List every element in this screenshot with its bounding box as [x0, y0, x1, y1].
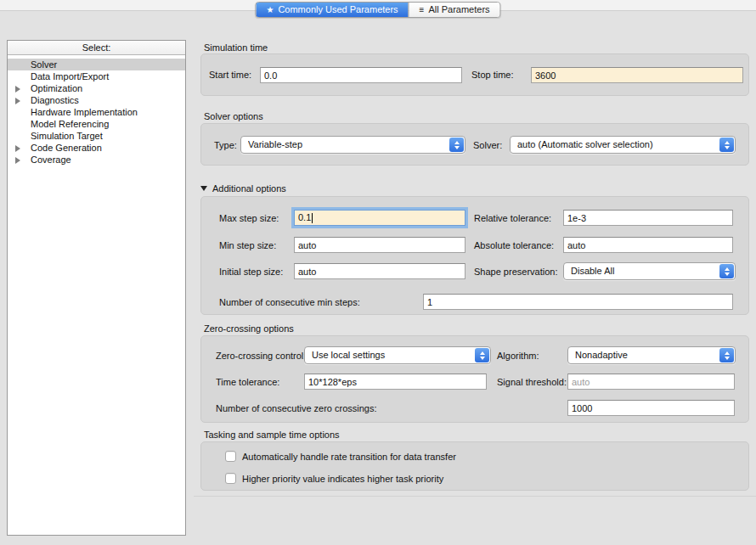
- sidebar-item-coverage[interactable]: Coverage: [8, 154, 185, 166]
- shape-preservation-dropdown[interactable]: Disable All: [563, 262, 736, 280]
- sidebar-item-label: Coverage: [31, 155, 71, 165]
- list-icon: ≡: [420, 3, 425, 17]
- sidebar-item-simulation-target[interactable]: Simulation Target: [8, 130, 185, 142]
- zero-crossing-section-title: Zero-crossing options: [204, 323, 294, 334]
- sidebar-item-solver[interactable]: Solver: [8, 59, 185, 70]
- chevron-up-icon: [480, 351, 485, 355]
- consecutive-min-steps-label: Number of consecutive min steps:: [219, 297, 360, 308]
- dropdown-stepper-icon: [719, 348, 734, 362]
- rate-transition-checkbox[interactable]: [225, 451, 236, 462]
- min-step-size-input[interactable]: [294, 237, 465, 253]
- initial-step-size-label: Initial step size:: [219, 267, 283, 278]
- absolute-tolerance-input[interactable]: [563, 237, 733, 253]
- relative-tolerance-input[interactable]: [563, 210, 733, 226]
- min-step-size-label: Min step size:: [219, 240, 276, 251]
- sidebar-item-label: Hardware Implementation: [31, 107, 138, 117]
- tasking-section-title: Tasking and sample time options: [204, 430, 340, 441]
- higher-priority-checkbox-label: Higher priority value indicates higher t…: [242, 474, 443, 485]
- select-header: Select:: [8, 41, 185, 55]
- consecutive-zero-crossings-input[interactable]: [567, 400, 735, 416]
- sidebar-item-label: Diagnostics: [31, 95, 79, 105]
- relative-tolerance-label: Relative tolerance:: [474, 213, 551, 224]
- dropdown-value: auto (Automatic solver selection): [517, 137, 735, 153]
- zero-crossing-control-dropdown[interactable]: Use local settings: [304, 346, 491, 364]
- chevron-down-icon: [725, 272, 730, 276]
- time-tolerance-input[interactable]: [304, 374, 487, 390]
- sidebar-item-label: Data Import/Export: [31, 71, 109, 81]
- tab-all-parameters[interactable]: ≡ All Parameters: [409, 3, 500, 17]
- sidebar-item-label: Solver: [31, 59, 57, 70]
- solver-options-section-title: Solver options: [204, 111, 263, 122]
- zero-crossing-control-label: Zero-crossing control:: [216, 351, 306, 362]
- solver-label: Solver:: [473, 140, 502, 151]
- chevron-up-icon: [454, 141, 460, 144]
- sidebar-item-optimization[interactable]: Optimization: [8, 82, 185, 94]
- text-caret: [312, 213, 313, 223]
- consecutive-zero-crossings-label: Number of consecutive zero crossings:: [216, 403, 377, 414]
- start-time-label: Start time:: [209, 70, 251, 81]
- algorithm-label: Algorithm:: [497, 351, 539, 362]
- chevron-up-icon: [725, 267, 730, 271]
- initial-step-size-input[interactable]: [294, 263, 465, 279]
- max-step-size-label: Max step size:: [219, 213, 279, 224]
- sidebar-item-label: Simulation Target: [31, 131, 103, 141]
- chevron-up-icon: [725, 141, 730, 144]
- tab-label: All Parameters: [428, 3, 489, 17]
- category-tree: Solver Data Import/Export Optimization D…: [8, 55, 185, 166]
- sidebar-item-model-referencing[interactable]: Model Referencing: [8, 118, 185, 130]
- additional-options-section-title[interactable]: Additional options: [212, 183, 286, 194]
- solver-pane: Simulation time Start time: Stop time: S…: [194, 0, 756, 545]
- expand-arrow-icon[interactable]: [15, 98, 20, 104]
- shape-preservation-label: Shape preservation:: [474, 267, 557, 278]
- star-icon: ★: [266, 3, 274, 17]
- stop-time-label: Stop time:: [471, 70, 514, 81]
- select-pane: Select: Solver Data Import/Export Optimi…: [7, 40, 186, 536]
- expand-arrow-icon[interactable]: [15, 145, 20, 152]
- sidebar-item-code-generation[interactable]: Code Generation: [8, 142, 185, 154]
- rate-transition-checkbox-label: Automatically handle rate transition for…: [242, 452, 456, 463]
- expand-arrow-icon[interactable]: [15, 157, 20, 164]
- absolute-tolerance-label: Absolute tolerance:: [474, 240, 554, 251]
- sidebar-item-hardware-implementation[interactable]: Hardware Implementation: [8, 106, 185, 118]
- consecutive-min-steps-input[interactable]: [423, 294, 733, 310]
- tab-label: Commonly Used Parameters: [278, 3, 398, 17]
- chevron-down-icon: [454, 146, 460, 149]
- signal-threshold-label: Signal threshold:: [497, 377, 567, 388]
- panel-bottom-divider: [194, 496, 756, 497]
- higher-priority-checkbox[interactable]: [225, 473, 236, 484]
- sidebar-item-label: Model Referencing: [31, 119, 109, 129]
- chevron-down-icon: [725, 146, 730, 149]
- dropdown-value: Variable-step: [248, 137, 465, 153]
- signal-threshold-input: [567, 374, 735, 390]
- sidebar-item-label: Optimization: [31, 83, 82, 93]
- chevron-down-icon: [725, 357, 730, 360]
- dropdown-value: Disable All: [571, 263, 735, 279]
- dropdown-stepper-icon: [449, 138, 464, 152]
- type-label: Type:: [214, 140, 237, 151]
- simulation-time-section-title: Simulation time: [204, 42, 268, 53]
- algorithm-dropdown[interactable]: Nonadaptive: [567, 346, 736, 364]
- chevron-down-icon: [480, 357, 485, 360]
- sidebar-item-label: Code Generation: [31, 143, 102, 153]
- stop-time-input[interactable]: [531, 67, 743, 83]
- dropdown-value: Nonadaptive: [575, 347, 735, 363]
- expand-arrow-icon[interactable]: [15, 86, 20, 93]
- sidebar-item-data-import-export[interactable]: Data Import/Export: [8, 70, 185, 82]
- chevron-up-icon: [725, 351, 730, 355]
- dropdown-stepper-icon: [719, 264, 734, 278]
- collapse-arrow-icon[interactable]: [200, 186, 207, 191]
- view-tabs: ★ Commonly Used Parameters ≡ All Paramet…: [255, 2, 500, 18]
- dropdown-value: Use local settings: [312, 347, 490, 363]
- tab-commonly-used-parameters[interactable]: ★ Commonly Used Parameters: [256, 3, 408, 17]
- time-tolerance-label: Time tolerance:: [216, 377, 279, 388]
- solver-type-dropdown[interactable]: Variable-step: [240, 136, 465, 154]
- input-value: 0.1: [298, 212, 311, 222]
- solver-dropdown[interactable]: auto (Automatic solver selection): [510, 136, 736, 154]
- sidebar-item-diagnostics[interactable]: Diagnostics: [8, 94, 185, 106]
- dropdown-stepper-icon: [719, 138, 734, 152]
- start-time-input[interactable]: [260, 67, 462, 83]
- dropdown-stepper-icon: [475, 348, 489, 362]
- max-step-size-input[interactable]: 0.1: [294, 210, 465, 226]
